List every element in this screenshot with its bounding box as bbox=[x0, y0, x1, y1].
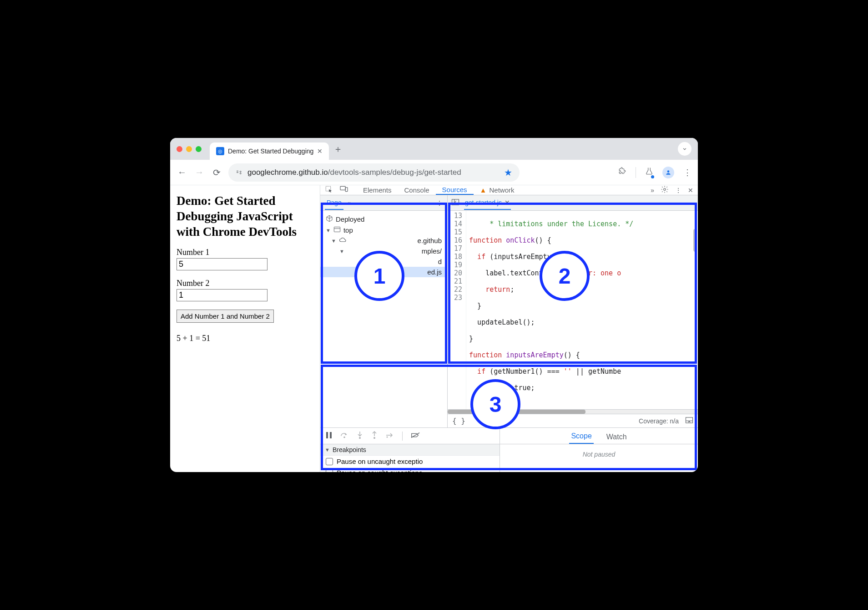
checkbox-icon[interactable] bbox=[326, 469, 333, 473]
step-into-icon[interactable] bbox=[357, 431, 363, 441]
bookmark-star-icon[interactable]: ★ bbox=[504, 167, 512, 178]
labs-icon[interactable] bbox=[645, 167, 653, 178]
editor-hscroll[interactable] bbox=[448, 409, 698, 414]
pause-uncaught-row[interactable]: Pause on uncaught exceptio bbox=[320, 456, 500, 467]
address-bar[interactable]: googlechrome.github.io/devtools-samples/… bbox=[228, 163, 520, 182]
cube-icon bbox=[326, 215, 333, 224]
tabs-dropdown-button[interactable] bbox=[678, 142, 691, 156]
controls-separator bbox=[402, 432, 403, 441]
tree-file-html[interactable]: d bbox=[320, 256, 447, 267]
tab-console[interactable]: Console bbox=[398, 185, 436, 195]
caret-down-icon: ▼ bbox=[339, 249, 344, 254]
back-button[interactable]: ← bbox=[177, 167, 187, 178]
page-heading: Demo: Get Started Debugging JavaScript w… bbox=[177, 193, 313, 239]
svg-rect-9 bbox=[334, 227, 340, 232]
reload-button[interactable]: ⟳ bbox=[211, 167, 222, 178]
chevron-down-icon bbox=[681, 146, 688, 152]
zoom-window-button[interactable] bbox=[196, 146, 202, 152]
tab-elements[interactable]: Elements bbox=[357, 185, 398, 195]
coverage-text: Coverage: n/a bbox=[639, 417, 679, 425]
minimize-window-button[interactable] bbox=[186, 146, 192, 152]
number1-input[interactable] bbox=[177, 258, 267, 270]
warning-icon: ▲ bbox=[480, 186, 487, 194]
subtab-page[interactable]: Page bbox=[325, 196, 343, 210]
tab-scope[interactable]: Scope bbox=[569, 429, 593, 444]
add-button[interactable]: Add Number 1 and Number 2 bbox=[177, 310, 274, 323]
devtools-menu-icon[interactable]: ⋮ bbox=[675, 187, 681, 194]
step-out-icon[interactable] bbox=[371, 431, 378, 441]
tree-label: e.github bbox=[418, 237, 442, 244]
caret-down-icon: ▼ bbox=[331, 238, 336, 244]
step-over-icon[interactable] bbox=[340, 432, 348, 440]
number2-label: Number 2 bbox=[177, 279, 313, 288]
tree-label: d bbox=[438, 258, 442, 265]
svg-point-4 bbox=[667, 170, 670, 173]
tree-top[interactable]: ▼ top bbox=[320, 225, 447, 235]
close-window-button[interactable] bbox=[177, 146, 182, 152]
svg-rect-13 bbox=[686, 417, 693, 423]
site-info-icon[interactable] bbox=[236, 169, 243, 176]
result-text: 5 + 1 = 51 bbox=[177, 334, 313, 343]
content-area: Demo: Get Started Debugging JavaScript w… bbox=[170, 185, 698, 472]
tab-watch[interactable]: Watch bbox=[605, 430, 629, 444]
editor-file-tabs: get-started.js ✕ bbox=[448, 195, 698, 211]
svg-rect-1 bbox=[237, 172, 238, 173]
toolbar-right-icons: ⋮ bbox=[618, 167, 691, 178]
tree-file-js[interactable]: ed.js bbox=[320, 267, 447, 277]
pause-caught-row[interactable]: Pause on caught exceptions bbox=[320, 467, 500, 472]
more-tabs-icon[interactable]: » bbox=[651, 187, 654, 194]
toggle-debugger-icon[interactable] bbox=[685, 417, 693, 425]
editor-status-bar: { } Coverage: n/a bbox=[448, 414, 698, 427]
cloud-icon bbox=[339, 237, 347, 244]
settings-gear-icon[interactable] bbox=[661, 185, 669, 195]
number2-input[interactable] bbox=[177, 289, 267, 301]
navigator-menu-icon[interactable]: ⋮ bbox=[436, 199, 443, 207]
close-tab-icon[interactable]: ✕ bbox=[317, 147, 323, 155]
editor-pane: get-started.js ✕ 1314151617181920212223 … bbox=[448, 195, 698, 427]
svg-point-17 bbox=[343, 437, 345, 438]
svg-point-8 bbox=[664, 188, 666, 191]
tab-network[interactable]: ▲Network bbox=[474, 185, 521, 195]
file-tab-label: get-started.js bbox=[465, 199, 502, 206]
scope-watch-tabs: Scope Watch bbox=[500, 428, 698, 444]
editor-vscroll[interactable] bbox=[693, 229, 697, 252]
browser-toolbar: ← → ⟳ googlechrome.github.io/devtools-sa… bbox=[170, 160, 698, 185]
step-icon[interactable] bbox=[386, 432, 394, 440]
svg-point-19 bbox=[373, 437, 375, 439]
browser-tab[interactable]: ◎ Demo: Get Started Debugging ✕ bbox=[210, 142, 329, 160]
tree-label: Deployed bbox=[336, 215, 364, 223]
code-editor[interactable]: 1314151617181920212223 * limitations und… bbox=[448, 211, 698, 409]
checkbox-icon[interactable] bbox=[326, 458, 333, 465]
deactivate-breakpoints-icon[interactable] bbox=[411, 432, 420, 440]
forward-button[interactable]: → bbox=[194, 167, 205, 178]
number1-label: Number 1 bbox=[177, 248, 313, 257]
tab-sources[interactable]: Sources bbox=[436, 185, 474, 195]
svg-rect-11 bbox=[452, 199, 459, 205]
svg-rect-16 bbox=[330, 432, 332, 438]
tree-domain[interactable]: ▼ e.github bbox=[320, 235, 447, 246]
breakpoints-header[interactable]: ▼Breakpoints bbox=[320, 444, 500, 456]
more-subtabs-icon[interactable]: » bbox=[348, 199, 352, 207]
chrome-menu-icon[interactable]: ⋮ bbox=[683, 168, 691, 178]
svg-rect-6 bbox=[340, 186, 345, 190]
inspect-element-icon[interactable] bbox=[325, 185, 333, 195]
pause-button[interactable] bbox=[326, 432, 332, 440]
profile-avatar[interactable] bbox=[662, 167, 674, 178]
toggle-navigator-icon[interactable] bbox=[451, 198, 459, 207]
svg-point-20 bbox=[387, 437, 388, 438]
device-toolbar-icon[interactable] bbox=[339, 185, 348, 195]
file-tab-active[interactable]: get-started.js ✕ bbox=[464, 196, 511, 210]
traffic-lights bbox=[177, 146, 202, 152]
tab-title: Demo: Get Started Debugging bbox=[228, 147, 313, 155]
tree-folder[interactable]: ▼ mples/ bbox=[320, 246, 447, 256]
pretty-print-icon[interactable]: { } bbox=[452, 417, 465, 425]
tree-deployed[interactable]: Deployed bbox=[320, 214, 447, 225]
close-devtools-icon[interactable]: ✕ bbox=[688, 187, 693, 194]
new-tab-button[interactable]: ＋ bbox=[333, 143, 343, 155]
scope-not-paused: Not paused bbox=[500, 444, 698, 461]
extensions-icon[interactable] bbox=[618, 167, 626, 178]
close-file-icon[interactable]: ✕ bbox=[505, 199, 510, 206]
svg-point-18 bbox=[359, 437, 361, 439]
caret-down-icon: ▼ bbox=[326, 228, 331, 233]
tree-label: mples/ bbox=[422, 247, 442, 255]
